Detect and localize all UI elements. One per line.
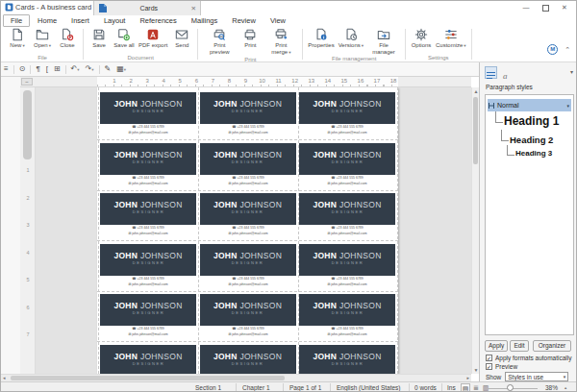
- send-button[interactable]: Send: [169, 28, 194, 49]
- scroll-left-icon[interactable]: ◂: [3, 375, 6, 381]
- vertical-ruler[interactable]: 1234567: [20, 87, 36, 374]
- style-item-heading2[interactable]: Heading 2: [510, 135, 553, 145]
- minimize-button[interactable]: —: [518, 1, 534, 13]
- status-page[interactable]: Page 1 of 1: [289, 384, 321, 391]
- business-card[interactable]: JOHN JOHNSON DESIGNER ☎ +23 444 555 6789…: [200, 244, 296, 288]
- business-card[interactable]: JOHN JOHNSON DESIGNER ☎ +23 444 555 6789…: [299, 92, 395, 136]
- redo-icon[interactable]: ↷▾: [83, 62, 97, 77]
- save-button[interactable]: Save: [87, 28, 112, 49]
- print-button[interactable]: Print: [238, 28, 263, 49]
- menu-insert[interactable]: Insert: [64, 15, 96, 26]
- zoom-caret-icon[interactable]: ▴: [564, 385, 566, 390]
- versions-button[interactable]: Versions▾: [337, 28, 365, 49]
- keyboard-icon[interactable]: ▦▾: [113, 62, 129, 77]
- business-card[interactable]: JOHN JOHNSON DESIGNER ☎ +23 444 555 6789…: [100, 244, 196, 288]
- business-card[interactable]: JOHN JOHNSON DESIGNER ☎ +23 444 555 6789…: [299, 294, 395, 338]
- ruler-page-zone: [97, 77, 398, 86]
- business-card[interactable]: JOHN JOHNSON DESIGNER ☎ +23 444 555 6789…: [100, 294, 196, 338]
- business-card[interactable]: JOHN JOHNSON DESIGNER ☎ +23 444 555 6789…: [200, 92, 296, 136]
- apply-button[interactable]: Apply: [485, 340, 508, 352]
- style-dropdown-icon[interactable]: ▾: [566, 103, 569, 109]
- ruler-corner-button[interactable]: −: [21, 78, 33, 86]
- close-button[interactable]: ✕: [557, 1, 572, 13]
- business-card[interactable]: JOHN JOHNSON DESIGNER ☎ +23 444 555 6789…: [100, 143, 196, 187]
- hamburger-menu-icon[interactable]: ≡: [1, 62, 12, 76]
- undo-icon[interactable]: ↶▾: [68, 62, 83, 77]
- edit-button[interactable]: Edit: [510, 340, 529, 352]
- menu-view[interactable]: View: [263, 15, 292, 26]
- business-card[interactable]: JOHN JOHNSON DESIGNER ☎ +23 444 555 6789…: [299, 345, 395, 375]
- close-document-button[interactable]: Close: [55, 28, 80, 49]
- business-card[interactable]: JOHN JOHNSON DESIGNER ☎ +23 444 555 6789…: [299, 244, 395, 288]
- card-email: ✉ john.johnson@mail.com: [299, 282, 395, 286]
- options-button[interactable]: Options: [409, 28, 434, 49]
- view-standard-icon[interactable]: ▤: [461, 383, 470, 392]
- tab-close-icon[interactable]: ✕: [191, 5, 200, 12]
- business-card[interactable]: JOHN JOHNSON DESIGNER ☎ +23 444 555 6789…: [200, 294, 296, 338]
- vertical-scrollbar[interactable]: ▲ ▼: [471, 87, 479, 374]
- status-insert-mode[interactable]: Ins: [447, 384, 456, 391]
- zoom-level[interactable]: 38%: [545, 384, 558, 391]
- preview-checkbox[interactable]: ✓ Preview: [486, 363, 517, 370]
- card-name: JOHN JOHNSON: [200, 301, 296, 310]
- format-brush-icon[interactable]: ✎: [102, 62, 114, 76]
- menu-mailings[interactable]: Mailings: [185, 15, 225, 26]
- menu-home[interactable]: Home: [31, 15, 63, 26]
- customize-button[interactable]: Customize▾: [434, 28, 468, 49]
- organizer-button[interactable]: Organizer: [533, 340, 571, 352]
- ruler-number: 7: [20, 331, 36, 337]
- business-card[interactable]: JOHN JOHNSON DESIGNER ☎ +23 444 555 6789…: [100, 345, 196, 375]
- status-language[interactable]: English (United States): [337, 384, 400, 391]
- show-styles-dropdown[interactable]: Styles in use ▾: [505, 372, 568, 381]
- open-button[interactable]: Open▾: [30, 28, 55, 49]
- status-word-count[interactable]: 0 words: [414, 384, 437, 391]
- new-button[interactable]: New▾: [5, 28, 30, 49]
- character-styles-tab-icon[interactable]: a: [500, 66, 513, 79]
- business-card[interactable]: JOHN JOHNSON DESIGNER ☎ +23 444 555 6789…: [100, 193, 196, 237]
- zoom-slider-handle[interactable]: [507, 384, 514, 391]
- field-shading-icon[interactable]: ⊞: [51, 62, 63, 76]
- scroll-right-icon[interactable]: ▸: [466, 375, 469, 381]
- style-item-heading3[interactable]: Heading 3: [515, 149, 552, 158]
- menu-references[interactable]: References: [133, 15, 183, 26]
- softmaker-badge-icon[interactable]: M: [547, 44, 558, 55]
- business-card[interactable]: JOHN JOHNSON DESIGNER ☎ +23 444 555 6789…: [100, 92, 196, 136]
- style-item-heading1[interactable]: Heading 1: [504, 114, 559, 128]
- touch-mode-icon[interactable]: ⊙: [16, 62, 29, 76]
- sidebar-collapse-icon[interactable]: ▾: [570, 68, 573, 75]
- paragraph-styles-tab-icon[interactable]: [485, 66, 497, 79]
- business-card[interactable]: JOHN JOHNSON DESIGNER ☎ +23 444 555 6789…: [299, 193, 395, 237]
- print-preview-button[interactable]: Print preview: [201, 28, 238, 55]
- apply-formats-checkbox[interactable]: ✓ Apply formats automatically: [486, 355, 571, 361]
- menu-review[interactable]: Review: [225, 15, 263, 26]
- status-chapter[interactable]: Chapter 1: [242, 384, 270, 391]
- document-page[interactable]: JOHN JOHNSON DESIGNER ☎ +23 444 555 6789…: [97, 87, 398, 374]
- business-card[interactable]: JOHN JOHNSON DESIGNER ☎ +23 444 555 6789…: [200, 143, 296, 187]
- vertical-scroll-thumb[interactable]: [473, 97, 478, 164]
- file-manager-button[interactable]: File manager: [365, 28, 402, 55]
- style-item-normal[interactable]: Normal ▾: [488, 99, 571, 111]
- document-tab-cards[interactable]: Cards ✕: [93, 1, 201, 15]
- maximize-button[interactable]: [538, 1, 553, 13]
- toolbar-separator: [30, 65, 31, 74]
- status-section[interactable]: Section 1: [195, 384, 221, 391]
- card-header: JOHN JOHNSON DESIGNER: [299, 193, 395, 225]
- menu-file[interactable]: File: [3, 14, 30, 27]
- document-canvas[interactable]: JOHN JOHNSON DESIGNER ☎ +23 444 555 6789…: [36, 87, 471, 374]
- collapse-ribbon-icon[interactable]: ⌃: [564, 46, 570, 53]
- business-card[interactable]: JOHN JOHNSON DESIGNER ☎ +23 444 555 6789…: [200, 345, 296, 375]
- menu-layout[interactable]: Layout: [97, 15, 133, 26]
- save-all-button[interactable]: Save all: [112, 28, 137, 49]
- properties-button[interactable]: Properties: [306, 28, 336, 49]
- formatting-marks-icon[interactable]: ¶: [33, 62, 42, 76]
- bracket-icon[interactable]: [: [43, 62, 51, 76]
- print-merge-button[interactable]: Print merge▾: [263, 28, 299, 56]
- horizontal-scroll-thumb[interactable]: [11, 376, 285, 380]
- horizontal-ruler[interactable]: − 123456789101112131415161718: [20, 77, 471, 87]
- styles-tree[interactable]: Normal ▾ Heading 1 Heading 2 Heading 3: [485, 94, 574, 335]
- horizontal-scrollbar[interactable]: ◂ ▸: [1, 374, 471, 381]
- business-card[interactable]: JOHN JOHNSON DESIGNER ☎ +23 444 555 6789…: [200, 193, 296, 237]
- pdf-export-button[interactable]: PDF export: [137, 28, 169, 49]
- view-continuous-icon[interactable]: ≣: [471, 383, 481, 392]
- business-card[interactable]: JOHN JOHNSON DESIGNER ☎ +23 444 555 6789…: [299, 143, 395, 187]
